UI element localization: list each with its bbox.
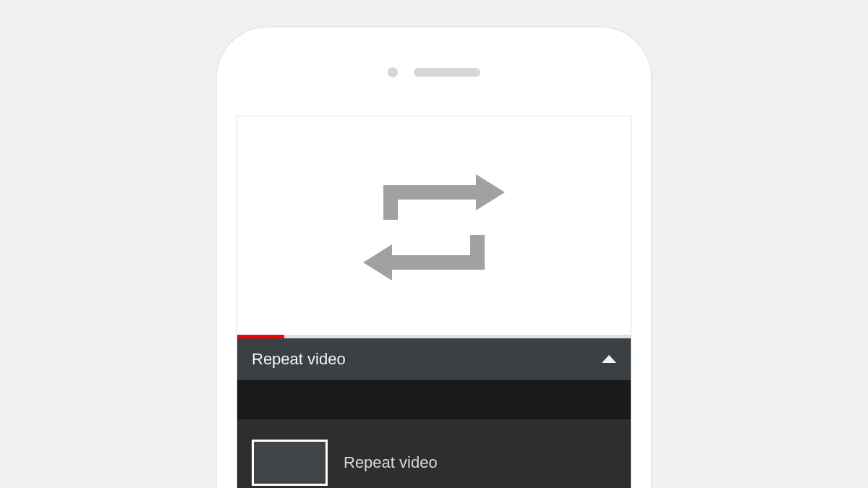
video-progress-fill <box>237 335 284 338</box>
playlist-item[interactable]: Repeat video <box>237 419 631 488</box>
video-progress-track[interactable] <box>237 335 631 338</box>
phone-camera-dot <box>388 67 398 77</box>
playlist-item-label: Repeat video <box>344 453 438 472</box>
svg-marker-1 <box>476 174 505 210</box>
phone-screen: Repeat video Repeat video <box>237 116 631 488</box>
phone-top-bar <box>388 67 480 77</box>
svg-rect-5 <box>470 235 485 270</box>
repeat-icon <box>354 164 514 291</box>
playlist-spacer <box>237 380 631 419</box>
playlist-header-title: Repeat video <box>252 350 346 369</box>
svg-marker-4 <box>363 244 392 281</box>
svg-rect-2 <box>383 185 398 220</box>
phone-frame: Repeat video Repeat video <box>217 27 651 488</box>
video-player-area[interactable] <box>237 116 631 338</box>
playlist-item-thumbnail <box>252 440 328 486</box>
playlist-header[interactable]: Repeat video <box>237 338 631 380</box>
collapse-up-icon <box>602 355 616 363</box>
phone-speaker-slot <box>414 68 480 77</box>
